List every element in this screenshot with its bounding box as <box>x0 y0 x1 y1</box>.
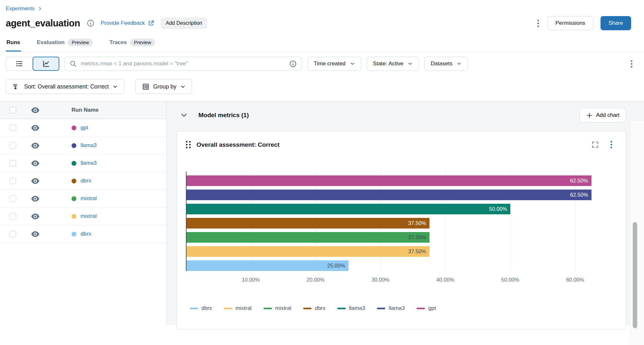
section-title: Model metrics (1) <box>198 112 249 119</box>
filter-datasets-dropdown[interactable]: Datasets <box>424 57 468 71</box>
bar-value-label: 62.50% <box>570 192 588 198</box>
visibility-eye-icon[interactable] <box>31 160 46 167</box>
experiment-menu-kebab-icon[interactable] <box>536 18 540 28</box>
breadcrumb-experiments-link[interactable]: Experiments <box>6 6 34 12</box>
tab-evaluation[interactable]: Evaluation Preview <box>36 39 93 51</box>
chart-card: Overall assessment: Correct 62.50%62.50%… <box>177 131 626 330</box>
tab-traces[interactable]: Traces Preview <box>109 39 156 51</box>
legend-label: dbrx <box>315 305 325 312</box>
chevron-down-icon <box>408 61 412 66</box>
row-checkbox[interactable] <box>10 125 16 131</box>
select-all-checkbox[interactable] <box>10 107 16 113</box>
experiment-info-icon[interactable] <box>87 19 94 27</box>
row-checkbox[interactable] <box>10 231 16 237</box>
run-name-link[interactable]: llama3 <box>81 160 97 166</box>
legend-item-llama3[interactable]: llama3 <box>337 305 365 312</box>
legend-item-mixtral[interactable]: mixtral <box>224 305 252 312</box>
expand-chart-icon[interactable] <box>591 141 599 148</box>
legend-item-dbrx[interactable]: dbrx <box>190 305 212 312</box>
breadcrumb: Experiments <box>6 6 636 12</box>
view-toggle-group <box>6 57 59 71</box>
runs-table: Run Name gpt llama3 llama3 <box>0 101 167 325</box>
group-by-dropdown[interactable]: Group by <box>135 79 192 94</box>
table-row: dbrx <box>0 172 166 190</box>
page-title: agent_evaluation <box>6 18 80 29</box>
bar-value-label: 50.00% <box>489 206 507 212</box>
run-name-cell: llama3 <box>46 142 166 149</box>
x-tick-label: 30.00% <box>371 277 389 283</box>
permissions-button[interactable]: Permissions <box>547 16 593 30</box>
x-tick-label: 60.00% <box>566 277 584 283</box>
search-info-icon[interactable] <box>289 60 297 68</box>
run-color-dot <box>72 214 76 219</box>
run-name-link[interactable]: gpt <box>81 125 88 131</box>
external-link-icon <box>148 20 154 26</box>
add-chart-button[interactable]: Add chart <box>580 108 626 123</box>
row-checkbox[interactable] <box>10 160 16 166</box>
row-checkbox[interactable] <box>10 195 16 202</box>
chart-view-toggle[interactable] <box>33 57 59 71</box>
legend-label: dbrx <box>201 305 212 312</box>
toolbar-menu-kebab-icon[interactable] <box>630 59 634 69</box>
list-view-toggle[interactable] <box>6 57 33 71</box>
bar-mixtral: 37.50% <box>187 246 429 257</box>
run-color-dot <box>72 161 76 166</box>
bar-row: 62.50% <box>187 175 617 186</box>
visibility-eye-icon[interactable] <box>31 142 46 149</box>
scrollbar-thumb[interactable] <box>633 222 637 328</box>
list-view-icon <box>15 60 24 68</box>
run-color-dot <box>72 143 76 148</box>
run-name-link[interactable]: llama3 <box>81 142 97 149</box>
filter-state-dropdown[interactable]: State: Active <box>367 57 419 71</box>
bar-llama3: 62.50% <box>187 190 591 200</box>
chart-view-icon <box>42 60 50 68</box>
drag-handle-icon[interactable] <box>186 141 191 149</box>
section-collapse-chevron-icon[interactable] <box>180 112 187 119</box>
visibility-eye-icon[interactable] <box>31 125 46 131</box>
legend-item-dbrx[interactable]: dbrx <box>303 305 325 312</box>
preview-badge: Preview <box>130 39 155 46</box>
bar-row: 37.50% <box>187 218 617 228</box>
add-description-button[interactable]: Add Description <box>161 17 207 29</box>
run-name-link[interactable]: mixtral <box>81 195 97 202</box>
share-button[interactable]: Share <box>601 16 631 30</box>
main-content: Run Name gpt llama3 llama3 <box>0 101 644 325</box>
chart-card-header: Overall assessment: Correct <box>186 140 617 150</box>
legend-item-mixtral[interactable]: mixtral <box>264 305 291 312</box>
runs-table-header-row: Run Name <box>0 101 166 119</box>
row-checkbox[interactable] <box>10 178 16 184</box>
sort-dropdown[interactable]: Sort: Overall assessment: Correct <box>6 79 124 94</box>
row-checkbox[interactable] <box>10 142 16 149</box>
filter-time-created-dropdown[interactable]: Time created <box>307 57 361 71</box>
legend-item-gpt[interactable]: gpt <box>417 305 436 312</box>
table-row: dbrx <box>0 225 166 243</box>
visibility-eye-icon[interactable] <box>31 195 46 202</box>
bar-dbrx: 37.50% <box>187 218 429 228</box>
bar-value-label: 37.50% <box>408 248 426 255</box>
legend-item-llama3[interactable]: llama3 <box>377 305 405 312</box>
row-checkbox[interactable] <box>10 213 16 219</box>
search-box <box>64 57 302 71</box>
run-color-dot <box>72 232 76 237</box>
bar-row: 37.50% <box>187 232 617 243</box>
tab-runs[interactable]: Runs <box>6 39 21 51</box>
run-name-cell: gpt <box>46 125 166 131</box>
provide-feedback-link[interactable]: Provide Feedback <box>101 20 154 26</box>
visibility-eye-icon[interactable] <box>31 213 46 220</box>
run-name-link[interactable]: dbrx <box>81 178 91 184</box>
visibility-eye-icon[interactable] <box>31 231 46 238</box>
search-input[interactable] <box>80 60 286 67</box>
visibility-all-eye-icon[interactable] <box>31 107 46 114</box>
table-row: gpt <box>0 119 166 137</box>
chart-menu-kebab-icon[interactable] <box>609 140 613 150</box>
table-row: llama3 <box>0 137 166 154</box>
run-color-dot <box>72 179 76 183</box>
run-name-link[interactable]: mixtral <box>81 213 97 219</box>
x-tick-label: 40.00% <box>436 277 454 283</box>
bar-value-label: 25.00% <box>327 263 345 269</box>
run-name-link[interactable]: dbrx <box>81 231 91 237</box>
chevron-down-icon <box>113 84 118 89</box>
legend-swatch <box>224 308 232 309</box>
table-row: mixtral <box>0 190 166 208</box>
visibility-eye-icon[interactable] <box>31 178 46 184</box>
